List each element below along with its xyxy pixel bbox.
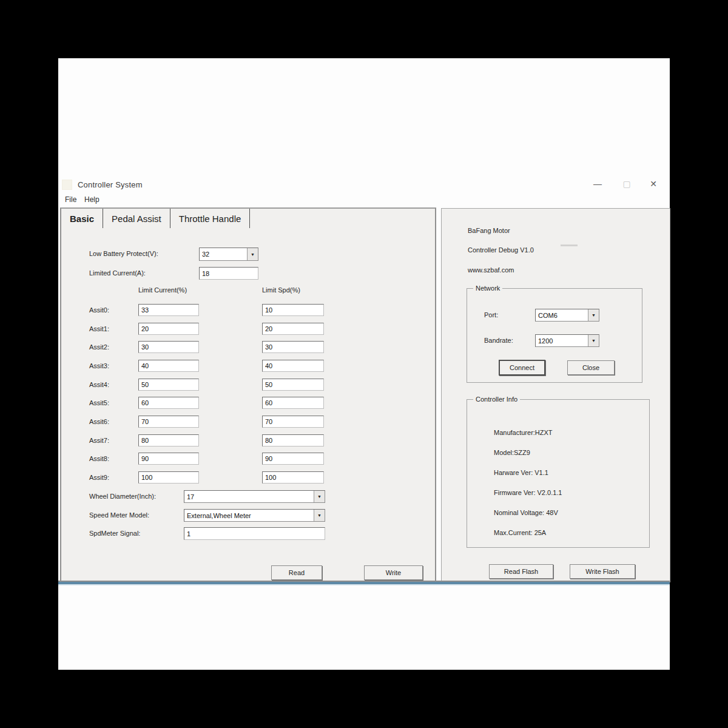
assist-current-input[interactable]	[138, 360, 199, 372]
baudrate-value: 1200	[536, 337, 588, 345]
network-group-title: Network	[473, 285, 502, 292]
menu-file[interactable]: File	[62, 195, 79, 204]
brand-line-2: Controller Debug V1.0	[468, 246, 534, 254]
assist-speed-input[interactable]	[262, 453, 324, 465]
assist-row-label: Assit1:	[89, 325, 109, 332]
wheel-diameter-value: 17	[184, 493, 314, 500]
tab-throttle-handle[interactable]: Throttle Handle	[170, 209, 251, 228]
assist-speed-input[interactable]	[262, 341, 324, 353]
assist-speed-input[interactable]	[262, 304, 324, 316]
assist-speed-input[interactable]	[262, 416, 324, 428]
port-value: COM6	[536, 312, 588, 319]
limited-current-input[interactable]	[199, 267, 258, 280]
assist-current-input[interactable]	[138, 379, 199, 391]
minimize-icon[interactable]: —	[590, 179, 605, 189]
chevron-down-icon[interactable]: ▼	[588, 335, 599, 346]
controller-info-groupbox: Controller Info Manufacturer:HZXT Model:…	[467, 399, 650, 548]
wheel-diameter-label: Wheel Diameter(Inch):	[89, 493, 156, 500]
spdmeter-signal-input[interactable]	[184, 527, 325, 540]
assist-current-input[interactable]	[138, 416, 199, 428]
spdmeter-signal-label: SpdMeter Signal:	[89, 530, 140, 537]
chevron-down-icon[interactable]: ▼	[247, 248, 258, 260]
info-max-current: Max.Current: 25A	[494, 529, 546, 536]
wheel-diameter-select[interactable]: 17 ▼	[184, 490, 325, 503]
assist-row-label: Assit6:	[89, 418, 109, 425]
tab-bar: Basic Pedal Assist Throttle Handle	[61, 209, 435, 229]
assist-current-input[interactable]	[138, 341, 199, 353]
window-title: Controller System	[78, 180, 143, 189]
port-select[interactable]: COM6 ▼	[535, 309, 599, 322]
tab-pedal-assist[interactable]: Pedal Assist	[103, 209, 170, 228]
low-battery-protect-select[interactable]: 32 ▼	[199, 248, 258, 261]
info-firmware-ver: Firmware Ver: V2.0.1.1	[494, 489, 562, 496]
close-button[interactable]: Close	[567, 360, 615, 375]
assist-speed-input[interactable]	[262, 360, 324, 372]
speed-meter-model-select[interactable]: External,Wheel Meter ▼	[184, 509, 325, 522]
assist-current-input[interactable]	[138, 471, 199, 484]
window-bottom-edge	[58, 581, 670, 585]
faint-text-artifact	[561, 244, 578, 246]
app-window: Controller System — ▢ ✕ File Help Basic …	[58, 58, 670, 670]
assist-speed-input[interactable]	[262, 397, 324, 409]
baudrate-select[interactable]: 1200 ▼	[535, 334, 599, 347]
speed-meter-model-label: Speed Meter Model:	[89, 511, 149, 519]
info-hardware-ver: Harware Ver: V1.1	[494, 469, 548, 476]
side-panel: BaFang Motor Controller Debug V1.0 www.s…	[441, 208, 670, 582]
assist-speed-input[interactable]	[262, 434, 324, 447]
assist-current-input[interactable]	[138, 323, 199, 335]
close-icon[interactable]: ✕	[646, 179, 661, 189]
assist-current-input[interactable]	[138, 453, 199, 465]
assist-speed-input[interactable]	[262, 323, 324, 335]
assist-row-label: Assit0:	[89, 306, 109, 314]
assist-current-input[interactable]	[138, 397, 199, 409]
basic-panel: Basic Pedal Assist Throttle Handle Low B…	[60, 207, 436, 584]
assist-current-input[interactable]	[138, 434, 199, 447]
low-battery-protect-value: 32	[200, 251, 247, 258]
port-label: Port:	[484, 311, 498, 318]
info-model: Model:SZZ9	[494, 449, 530, 456]
chevron-down-icon[interactable]: ▼	[314, 510, 325, 521]
brand-line-3: www.szbaf.com	[468, 266, 514, 274]
baudrate-label: Bandrate:	[484, 337, 513, 344]
assist-speed-input[interactable]	[262, 379, 324, 391]
maximize-icon[interactable]: ▢	[619, 179, 634, 189]
assist-row-label: Assit5:	[89, 399, 109, 406]
read-flash-button[interactable]: Read Flash	[489, 564, 553, 579]
assist-row-label: Assit4:	[89, 381, 109, 388]
menu-help[interactable]: Help	[82, 195, 102, 204]
limit-current-header: Limit Current(%)	[138, 286, 187, 294]
connect-button[interactable]: Connect	[499, 360, 545, 376]
assist-speed-input[interactable]	[262, 471, 324, 484]
assist-row-label: Assit2:	[89, 343, 109, 351]
read-button[interactable]: Read	[271, 565, 322, 580]
write-flash-button[interactable]: Write Flash	[570, 564, 635, 579]
controller-info-title: Controller Info	[473, 396, 520, 403]
info-nominal-voltage: Nominal Voltage: 48V	[494, 509, 558, 516]
network-groupbox: Network Port: COM6 ▼ Bandrate: 1200 ▼ Co…	[467, 288, 642, 383]
assist-row-label: Assit3:	[89, 362, 109, 369]
limited-current-label: Limited Current(A):	[89, 269, 146, 277]
assist-row-label: Assit9:	[89, 474, 109, 481]
chevron-down-icon[interactable]: ▼	[588, 309, 599, 321]
limit-speed-header: Limit Spd(%)	[262, 286, 300, 294]
assist-current-input[interactable]	[138, 304, 199, 316]
brand-line-1: BaFang Motor	[468, 227, 510, 234]
app-icon	[62, 180, 72, 190]
chevron-down-icon[interactable]: ▼	[314, 491, 325, 502]
write-button[interactable]: Write	[364, 565, 423, 580]
speed-meter-model-value: External,Wheel Meter	[184, 512, 314, 519]
info-manufacturer: Manufacturer:HZXT	[494, 429, 553, 436]
tab-basic[interactable]: Basic	[61, 209, 103, 228]
assist-row-label: Assit8:	[89, 455, 109, 462]
assist-row-label: Assit7:	[89, 437, 109, 444]
low-battery-protect-label: Low Battery Protect(V):	[89, 250, 158, 257]
